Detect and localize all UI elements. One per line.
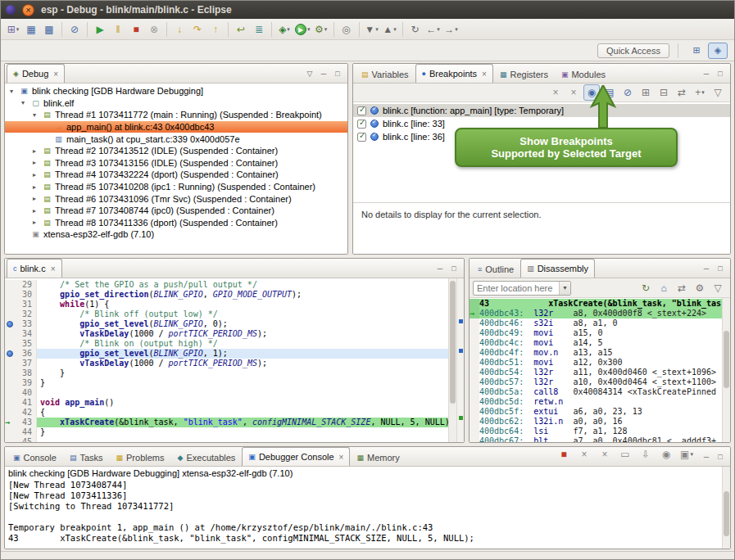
back-button[interactable]: ←	[425, 21, 442, 38]
gutter-marker[interactable]	[5, 408, 16, 418]
expand-toggle-icon[interactable]	[33, 207, 42, 215]
disassembly-line[interactable]: 400dbc5a: call8 0x40084314 <xTaskCreateP…	[470, 387, 722, 397]
code-area[interactable]: 29 /* Set the GPIO as a push/pull output…	[5, 278, 448, 442]
expand-toggle-icon[interactable]	[33, 147, 42, 155]
tab-problems[interactable]: ▦Problems	[110, 449, 171, 466]
close-tab-icon[interactable]: ×	[482, 70, 487, 79]
code-line[interactable]: 31 while(1) {	[5, 300, 448, 309]
debug-button[interactable]: ◈	[276, 21, 293, 38]
debug-tree-item[interactable]: Thread #7 1073408744 (ipc0) (Suspended :…	[5, 205, 347, 217]
scrollbar-thumb[interactable]	[724, 491, 729, 536]
breakpoint-overview-mark[interactable]	[459, 319, 463, 323]
gutter-marker[interactable]	[5, 300, 16, 309]
tab-disassembly[interactable]: ▥Disassembly	[520, 259, 595, 278]
tab-outline[interactable]: ≡Outline	[471, 260, 520, 278]
disassembly-vertical-scrollbar[interactable]	[722, 298, 730, 442]
home-button[interactable]: ⌂	[656, 280, 672, 296]
console-terminate-button[interactable]: ■	[556, 446, 572, 463]
tab-debug[interactable]: ◈Debug×	[7, 64, 65, 83]
code-line[interactable]: →43 xTaskCreate(&blink_task, "blink_task…	[5, 418, 448, 427]
remove-breakpoint-button[interactable]: ×	[547, 84, 564, 101]
minimize-button[interactable]	[434, 263, 446, 274]
gutter-marker[interactable]	[5, 368, 16, 378]
disassembly-line[interactable]: 400dbc4f: mov.n a13, a15	[470, 348, 722, 358]
gutter-marker[interactable]	[5, 427, 16, 437]
maximize-button[interactable]	[448, 263, 460, 274]
tab-variables[interactable]: ▤Variables	[355, 65, 415, 83]
tab-debugger-console[interactable]: ▣Debugger Console×	[242, 447, 350, 466]
link-with-debug-view-button[interactable]: ⇄	[674, 84, 690, 101]
tab-breakpoints[interactable]: ●Breakpoints×	[415, 64, 493, 83]
code-line[interactable]: 36 gpio_set_level(BLINK_GPIO, 1);	[5, 349, 448, 359]
expand-toggle-icon[interactable]	[33, 171, 42, 178]
search-button[interactable]: ◎	[338, 21, 355, 38]
debug-tree-item[interactable]: Thread #6 1073431096 (Tmr Svc) (Suspende…	[5, 192, 347, 205]
step-into-button[interactable]: ↓	[171, 21, 188, 38]
run-button[interactable]: ▶	[294, 21, 311, 38]
expand-toggle-icon[interactable]	[33, 183, 42, 191]
console-output[interactable]: blink checking [GDB Hardware Debugging] …	[5, 467, 722, 549]
code-line[interactable]: 33 gpio_set_level(BLINK_GPIO, 0);	[5, 319, 448, 329]
step-return-button[interactable]: ↑	[207, 21, 224, 38]
tab-modules[interactable]: ▣Modules	[555, 65, 612, 83]
tab-registers[interactable]: ▦Registers	[493, 65, 555, 83]
display-selected-console-button[interactable]: ▣	[678, 446, 695, 463]
code-line[interactable]: 39}	[5, 378, 448, 388]
gutter-marker[interactable]	[5, 319, 16, 329]
gutter-marker[interactable]	[5, 280, 16, 290]
code-line[interactable]: 34 vTaskDelay(1000 / portTICK_PERIOD_MS)…	[5, 329, 448, 339]
maximize-button[interactable]	[715, 263, 726, 274]
disassembly-line[interactable]: →400dbc43: l32r a8, 0x400d00f8 <_stext+2…	[470, 309, 722, 318]
expand-toggle-icon[interactable]	[33, 159, 42, 166]
debug-tree-item[interactable]: Thread #2 1073413512 (IDLE) (Suspended :…	[5, 145, 347, 157]
gutter-marker[interactable]	[5, 339, 16, 349]
last-edit-location-button[interactable]: ↻	[407, 21, 424, 38]
code-line[interactable]: 44}	[5, 427, 448, 437]
minimize-button[interactable]	[318, 68, 329, 79]
collapse-all-button[interactable]: ⊟	[656, 84, 672, 101]
debug-tree-item[interactable]: main_task() at cpu_start.c:339 0x400d057…	[5, 133, 347, 145]
tab-tasks[interactable]: ▤Tasks	[63, 449, 110, 466]
skip-all-breakpoints-button[interactable]: ⊘	[66, 21, 83, 38]
disassembly-settings-button[interactable]: ⚙	[692, 280, 708, 296]
tab-blink-c[interactable]: cblink.c×	[7, 259, 62, 278]
disassembly-line[interactable]: 400dbc57: l32r a10, 0x400d0464 <_stext+1…	[470, 377, 722, 387]
debug-tree-item[interactable]: xtensa-esp32-elf-gdb (7.10)	[5, 228, 347, 241]
disassembly-line[interactable]: 400dbc67: blt a7, a0, 0x400dbc81 <__addd…	[470, 436, 722, 442]
overview-ruler[interactable]	[456, 278, 464, 442]
gutter-marker[interactable]	[5, 388, 16, 398]
gutter-marker[interactable]	[5, 309, 16, 319]
breakpoints-view-menu-button[interactable]: ▽	[710, 84, 726, 101]
debug-tree-item[interactable]: Thread #8 1073411336 (dport) (Suspended …	[5, 217, 347, 229]
gutter-marker[interactable]	[5, 329, 16, 339]
debug-tree-item[interactable]: blink checking [GDB Hardware Debugging]	[5, 85, 347, 97]
clear-console-button[interactable]: ▭	[617, 446, 633, 463]
expand-all-button[interactable]: ⊞	[637, 84, 654, 101]
disassembly-line[interactable]: 400dbc4c: movi a14, 5	[470, 338, 722, 348]
maximize-button[interactable]	[715, 68, 726, 79]
close-tab-icon[interactable]: ×	[51, 264, 56, 273]
tab-executables[interactable]: ◆Executables	[171, 449, 243, 466]
view-menu-icon[interactable]	[304, 68, 315, 79]
code-line[interactable]: 45	[5, 437, 448, 442]
code-line[interactable]: 29 /* Set the GPIO as a push/pull output…	[5, 280, 448, 290]
window-close-button[interactable]	[22, 4, 34, 16]
code-line[interactable]: 42{	[5, 408, 448, 418]
gutter-marker[interactable]	[5, 398, 16, 408]
link-with-active-context-button[interactable]: ⇄	[674, 280, 690, 296]
disassembly-line[interactable]: 400dbc5d: retw.n	[470, 397, 722, 407]
step-over-button[interactable]: ↷	[189, 21, 206, 38]
console-vertical-scrollbar[interactable]	[722, 467, 730, 549]
gutter-marker[interactable]	[5, 290, 16, 300]
current-line-overview-mark[interactable]	[459, 416, 463, 420]
minimize-button[interactable]	[701, 68, 712, 79]
code-line[interactable]: 40	[5, 388, 448, 398]
prev-annotation-button[interactable]: ▲	[382, 21, 398, 38]
disassembly-line[interactable]: 400dbc46: s32i a8, a1, 0	[470, 318, 722, 328]
disassembly-line[interactable]: 400dbc51: movi a12, 0x300	[470, 358, 722, 368]
refresh-button[interactable]: ↻	[637, 280, 654, 296]
disassembly-area[interactable]: 43 xTaskCreate(&blink_task, "blink_tas→4…	[470, 298, 722, 442]
breakpoint-item[interactable]: blink.c [function: app_main] [type: Temp…	[353, 104, 730, 117]
disassembly-line[interactable]: 43 xTaskCreate(&blink_task, "blink_tas	[470, 299, 722, 309]
add-breakpoint-button[interactable]: +	[692, 84, 708, 101]
